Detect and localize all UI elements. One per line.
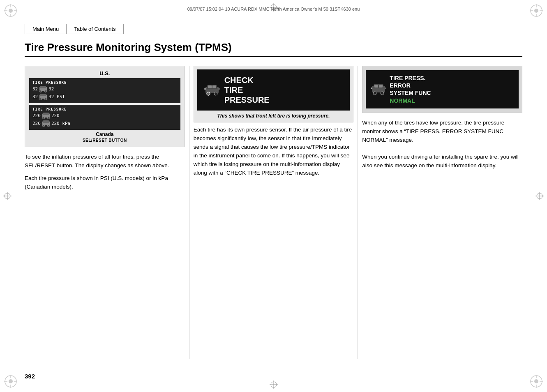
svg-rect-55 [212, 85, 216, 88]
svg-rect-37 [40, 86, 46, 88]
check-tire-text: CHECK TIRE PRESSURE [224, 75, 270, 105]
car-icon-press [371, 82, 386, 96]
us-label: U.S. [29, 70, 180, 76]
svg-point-46 [42, 117, 44, 119]
svg-rect-60 [218, 88, 220, 90]
svg-point-57 [214, 92, 217, 95]
column-3: TIRE PRESS. ERROR SYSTEM FUNC NORMAL Whe… [358, 66, 522, 359]
svg-rect-64 [379, 85, 383, 88]
tire-row-1: 32 32 [32, 85, 177, 92]
car-icon-check [204, 83, 220, 97]
tire-pressure-title-2: TIRE PRESSURE [32, 107, 177, 111]
car-icon-us-top [39, 85, 48, 92]
check-line-1: CHECK [224, 75, 270, 85]
svg-point-65 [373, 92, 376, 95]
press-line-4: NORMAL [390, 97, 431, 104]
svg-rect-63 [374, 85, 378, 88]
page-title: Tire Pressure Monitoring System (TPMS) [25, 41, 522, 57]
content-area: U.S. TIRE PRESSURE 32 32 [25, 66, 522, 359]
press-line-2: ERROR [390, 82, 431, 89]
press-line-3: SYSTEM FUNC [390, 89, 431, 97]
svg-rect-67 [371, 88, 372, 89]
car-icon-canada-top [42, 112, 51, 119]
tire-press-text: TIRE PRESS. ERROR SYSTEM FUNC NORMAL [390, 74, 431, 104]
svg-point-7 [534, 9, 538, 13]
car-icon-us-bottom [39, 93, 48, 100]
file-info: 09/07/07 15:02:04 10 ACURA RDX MMC North… [187, 7, 360, 12]
tire-row-2: 32 32 PSI [32, 93, 177, 100]
svg-point-43 [45, 98, 47, 100]
svg-point-42 [40, 98, 42, 100]
svg-point-39 [45, 90, 47, 92]
check-line-3: PRESSURE [224, 95, 270, 105]
canada-label: Canada [29, 131, 180, 137]
svg-rect-54 [208, 85, 212, 88]
col3-paragraph: When any of the tires have low pressure,… [362, 119, 522, 171]
svg-point-66 [381, 92, 384, 95]
check-caption: This shows that front left tire is losin… [197, 113, 350, 119]
tire-display-canada: TIRE PRESSURE 220 220 220 [29, 105, 180, 130]
col1-text: To see the inflation pressures of all fo… [25, 153, 185, 191]
columns: U.S. TIRE PRESSURE 32 32 [25, 66, 522, 359]
tire-row-3: 220 220 [32, 112, 177, 119]
svg-point-38 [40, 90, 42, 92]
reg-mark-bottom [270, 380, 278, 389]
col3-image: TIRE PRESS. ERROR SYSTEM FUNC NORMAL [362, 66, 522, 113]
col1-image: U.S. TIRE PRESSURE 32 32 [25, 66, 185, 147]
col2-image: CHECK TIRE PRESSURE This shows that fron… [194, 66, 354, 122]
svg-point-19 [534, 379, 538, 383]
reg-mark-left [3, 192, 12, 200]
col2-paragraph: Each tire has its own pressure sensor. I… [194, 126, 354, 178]
column-2: CHECK TIRE PRESSURE This shows that fron… [189, 66, 358, 359]
svg-rect-49 [43, 120, 49, 123]
col2-text: Each tire has its own pressure sensor. I… [194, 126, 354, 178]
corner-mark-br [529, 374, 544, 389]
check-line-2: TIRE [224, 85, 270, 95]
check-tire-display: CHECK TIRE PRESSURE [197, 69, 350, 111]
car-icon-canada-bottom [42, 120, 51, 127]
svg-point-47 [47, 117, 49, 119]
svg-rect-59 [204, 88, 206, 90]
svg-point-1 [9, 9, 13, 13]
svg-point-58 [207, 92, 210, 95]
page-number: 392 [25, 373, 35, 380]
corner-mark-tl [3, 3, 18, 18]
svg-rect-41 [40, 94, 46, 96]
col1-paragraph-2: Each tire pressure is shown in PSI (U.S.… [25, 174, 185, 191]
corner-mark-tr [529, 3, 544, 18]
tire-press-display: TIRE PRESS. ERROR SYSTEM FUNC NORMAL [366, 70, 519, 108]
reg-mark-right [535, 192, 544, 200]
col3-text: When any of the tires have low pressure,… [362, 119, 522, 171]
tire-display-us: TIRE PRESSURE 32 32 32 [29, 78, 180, 103]
svg-point-50 [42, 125, 44, 127]
corner-mark-bl [3, 374, 18, 389]
nav-bar: Main Menu Table of Contents [25, 24, 522, 34]
svg-point-13 [9, 379, 13, 383]
sel-reset-label: SEL/RESET BUTTON [29, 138, 180, 143]
main-menu-button[interactable]: Main Menu [25, 24, 66, 34]
column-1: U.S. TIRE PRESSURE 32 32 [25, 66, 189, 359]
svg-rect-68 [385, 88, 386, 89]
tire-row-4: 220 220 kPa [32, 120, 177, 127]
tire-pressure-title-1: TIRE PRESSURE [32, 81, 177, 85]
table-of-contents-button[interactable]: Table of Contents [66, 24, 123, 34]
press-line-1: TIRE PRESS. [390, 74, 431, 82]
svg-rect-45 [43, 113, 49, 115]
svg-point-51 [47, 125, 49, 127]
col1-paragraph-1: To see the inflation pressures of all fo… [25, 153, 185, 170]
